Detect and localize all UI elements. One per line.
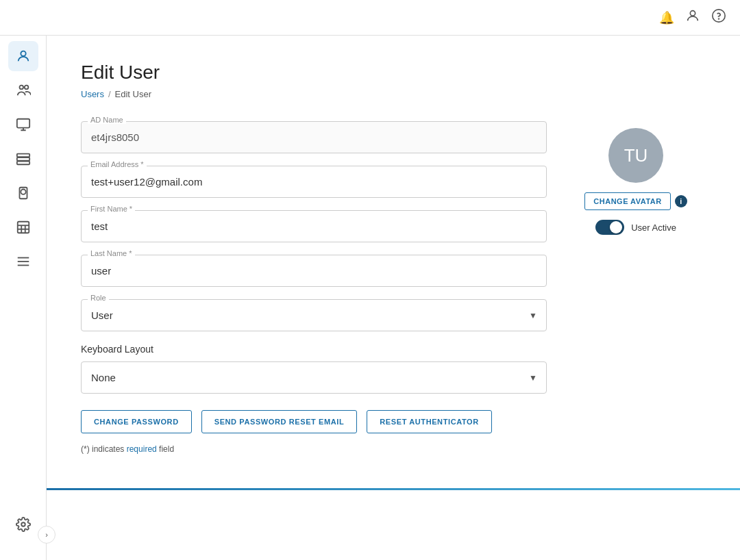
- sidebar-item-user[interactable]: [8, 41, 38, 71]
- change-avatar-wrapper: CHANGE AVATAR i: [584, 192, 687, 210]
- role-select[interactable]: User Admin Moderator: [81, 299, 547, 331]
- required-note: (*) indicates required field: [81, 444, 547, 454]
- keyboard-layout-title: Keyboard Layout: [81, 344, 547, 355]
- keyboard-layout-select[interactable]: None US UK DE FR: [81, 361, 547, 394]
- user-active-label: User Active: [631, 222, 676, 233]
- sidebar-item-settings[interactable]: [8, 509, 38, 539]
- svg-rect-21: [17, 222, 29, 233]
- first-name-input[interactable]: [81, 210, 547, 242]
- user-account-icon[interactable]: [685, 8, 700, 27]
- svg-point-2: [719, 18, 719, 19]
- svg-rect-16: [16, 154, 29, 157]
- svg-rect-17: [16, 157, 29, 161]
- keyboard-layout-field-group: None US UK DE FR ▼: [81, 361, 547, 394]
- svg-point-19: [21, 190, 25, 194]
- svg-point-29: [21, 522, 25, 526]
- sidebar-collapse-button[interactable]: ›: [38, 526, 56, 544]
- role-field-group: Role User Admin Moderator ▼: [81, 299, 547, 331]
- sidebar-item-group[interactable]: [8, 75, 38, 105]
- info-icon[interactable]: i: [675, 195, 687, 207]
- svg-rect-15: [16, 119, 29, 128]
- keyboard-layout-section: Keyboard Layout None US UK DE FR ▼: [81, 344, 547, 394]
- email-input[interactable]: [81, 166, 547, 198]
- first-name-label: First Name *: [88, 205, 135, 213]
- first-name-field-group: First Name *: [81, 210, 547, 242]
- breadcrumb-users-link[interactable]: Users: [81, 89, 104, 99]
- keyboard-layout-select-wrapper: None US UK DE FR ▼: [81, 361, 547, 394]
- form-left: AD Name Email Address * First Name * Las…: [81, 121, 547, 454]
- notification-icon[interactable]: 🔔: [659, 10, 674, 25]
- form-body: AD Name Email Address * First Name * Las…: [81, 121, 713, 454]
- avatar: TU: [608, 128, 663, 183]
- form-right: TU CHANGE AVATAR i User Active: [574, 121, 698, 454]
- role-label: Role: [88, 294, 109, 302]
- svg-point-12: [21, 51, 25, 56]
- email-label: Email Address *: [88, 160, 147, 168]
- help-icon[interactable]: [711, 8, 726, 27]
- user-active-toggle-row: User Active: [595, 220, 676, 235]
- user-active-toggle[interactable]: [595, 220, 624, 235]
- bottom-accent-bar: [47, 488, 740, 490]
- sidebar: ›: [0, 0, 47, 560]
- change-avatar-button[interactable]: CHANGE AVATAR: [584, 192, 670, 210]
- toggle-knob: [610, 221, 622, 233]
- svg-point-13: [19, 86, 23, 90]
- breadcrumb: Users / Edit User: [81, 89, 713, 99]
- reset-authenticator-button[interactable]: RESET AUTHENTICATOR: [367, 410, 491, 433]
- last-name-field-group: Last Name *: [81, 255, 547, 287]
- sidebar-item-monitor[interactable]: [8, 110, 38, 140]
- change-password-button[interactable]: CHANGE PASSWORD: [81, 410, 192, 433]
- sidebar-item-storage[interactable]: [8, 144, 38, 174]
- svg-point-0: [690, 11, 695, 16]
- role-select-wrapper: User Admin Moderator ▼: [81, 299, 547, 331]
- required-word: required: [127, 444, 157, 454]
- svg-point-14: [24, 86, 28, 90]
- sidebar-item-list[interactable]: [8, 246, 38, 277]
- main-content: Edit User Users / Edit User AD Name Emai…: [47, 0, 740, 560]
- sidebar-item-report[interactable]: [8, 212, 38, 242]
- send-password-reset-button[interactable]: SEND PASSWORD RESET EMAIL: [201, 410, 358, 433]
- svg-rect-18: [16, 162, 29, 165]
- email-field-group: Email Address *: [81, 166, 547, 198]
- sidebar-item-badge[interactable]: [8, 178, 38, 208]
- ad-name-input[interactable]: [81, 121, 547, 153]
- last-name-input[interactable]: [81, 255, 547, 287]
- last-name-label: Last Name *: [88, 249, 135, 257]
- action-buttons-row: CHANGE PASSWORD SEND PASSWORD RESET EMAI…: [81, 410, 547, 433]
- page-title: Edit User: [81, 62, 713, 84]
- ad-name-field-group: AD Name: [81, 121, 547, 153]
- topbar: 🔔: [0, 0, 740, 36]
- breadcrumb-current: Edit User: [115, 89, 151, 99]
- ad-name-label: AD Name: [88, 116, 126, 124]
- breadcrumb-separator: /: [108, 89, 111, 99]
